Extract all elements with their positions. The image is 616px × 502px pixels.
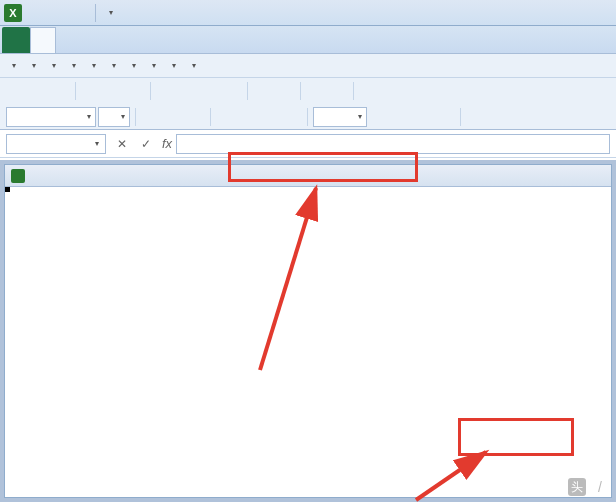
insert-function-button[interactable]: [381, 81, 401, 101]
formatting-toolbar: ▾ ▾ ▾: [0, 104, 616, 130]
formula-bar: ▾ ✕ ✓ fx: [0, 130, 616, 158]
increase-decimal-button[interactable]: [413, 107, 433, 127]
tab-classic-menu[interactable]: [30, 27, 56, 53]
cancel-edit-button[interactable]: ✕: [112, 134, 132, 154]
cut-button[interactable]: [156, 81, 176, 101]
tab-formulas[interactable]: [128, 27, 152, 53]
merge-button[interactable]: [282, 107, 302, 127]
menu-tools[interactable]: ▾: [126, 56, 140, 76]
open-button[interactable]: [28, 81, 48, 101]
save-button[interactable]: [50, 81, 70, 101]
watermark-icon: 头: [568, 478, 586, 496]
menu-data[interactable]: ▾: [146, 56, 160, 76]
redo-button[interactable]: [275, 81, 295, 101]
fx-icon[interactable]: fx: [162, 136, 172, 151]
menu-file[interactable]: ▾: [26, 56, 40, 76]
watermark: 头 /: [568, 478, 608, 496]
tab-view[interactable]: [200, 27, 224, 53]
increase-indent-button[interactable]: [488, 107, 508, 127]
menu-view[interactable]: ▾: [66, 56, 80, 76]
italic-button[interactable]: [163, 107, 183, 127]
title-bar: X ▾: [0, 0, 616, 26]
autosum-button[interactable]: [359, 81, 379, 101]
menu-window[interactable]: ▾: [166, 56, 180, 76]
undo-button[interactable]: [253, 81, 273, 101]
standard-toolbar: [0, 78, 616, 104]
qat-separator: [95, 4, 96, 22]
tab-home[interactable]: [56, 27, 80, 53]
tab-data[interactable]: [152, 27, 176, 53]
preview-button[interactable]: [103, 81, 123, 101]
fill-handle[interactable]: [5, 187, 10, 192]
menu-format[interactable]: ▾: [106, 56, 120, 76]
menu-edit[interactable]: ▾: [46, 56, 60, 76]
formula-input[interactable]: [176, 134, 610, 154]
align-right-button[interactable]: [260, 107, 280, 127]
sort-asc-button[interactable]: [306, 81, 326, 101]
workbook-icon: [11, 169, 25, 183]
app-icon: X: [4, 4, 22, 22]
decrease-decimal-button[interactable]: [435, 107, 455, 127]
percent-button[interactable]: [369, 107, 389, 127]
borders-button[interactable]: [510, 107, 530, 127]
comma-button[interactable]: [391, 107, 411, 127]
number-format-select[interactable]: ▾: [313, 107, 367, 127]
align-left-button[interactable]: [216, 107, 236, 127]
spellcheck-button[interactable]: [125, 81, 145, 101]
file-tab[interactable]: [2, 27, 30, 53]
format-painter-button[interactable]: [222, 81, 242, 101]
menu-all[interactable]: ▾: [6, 56, 20, 76]
underline-button[interactable]: [185, 107, 205, 127]
classic-menu-bar: ▾ ▾ ▾ ▾ ▾ ▾ ▾ ▾ ▾ ▾: [0, 54, 616, 78]
selection-box: [5, 187, 9, 191]
copy-button[interactable]: [178, 81, 198, 101]
font-size-select[interactable]: ▾: [98, 107, 130, 127]
tab-review[interactable]: [176, 27, 200, 53]
paste-button[interactable]: [200, 81, 220, 101]
new-button[interactable]: [6, 81, 26, 101]
menu-insert[interactable]: ▾: [86, 56, 100, 76]
ribbon-tabs: [0, 26, 616, 54]
tab-page-layout[interactable]: [104, 27, 128, 53]
workbook-titlebar: [5, 165, 611, 187]
decrease-indent-button[interactable]: [466, 107, 486, 127]
chart-button[interactable]: [403, 81, 423, 101]
align-center-button[interactable]: [238, 107, 258, 127]
workbook-area: [0, 160, 616, 502]
qat-redo-button[interactable]: [71, 3, 91, 23]
sort-desc-button[interactable]: [328, 81, 348, 101]
qat-save-button[interactable]: [27, 3, 47, 23]
fill-color-button[interactable]: [532, 107, 552, 127]
menu-help[interactable]: ▾: [186, 56, 200, 76]
confirm-edit-button[interactable]: ✓: [136, 134, 156, 154]
bold-button[interactable]: [141, 107, 161, 127]
font-color-button[interactable]: [554, 107, 574, 127]
print-button[interactable]: [81, 81, 101, 101]
qat-customize-button[interactable]: ▾: [100, 3, 120, 23]
name-box[interactable]: ▾: [6, 134, 106, 154]
tab-insert[interactable]: [80, 27, 104, 53]
font-name-select[interactable]: ▾: [6, 107, 96, 127]
qat-undo-button[interactable]: [49, 3, 69, 23]
spreadsheet-grid[interactable]: [5, 187, 611, 497]
workbook-window: [4, 164, 612, 498]
